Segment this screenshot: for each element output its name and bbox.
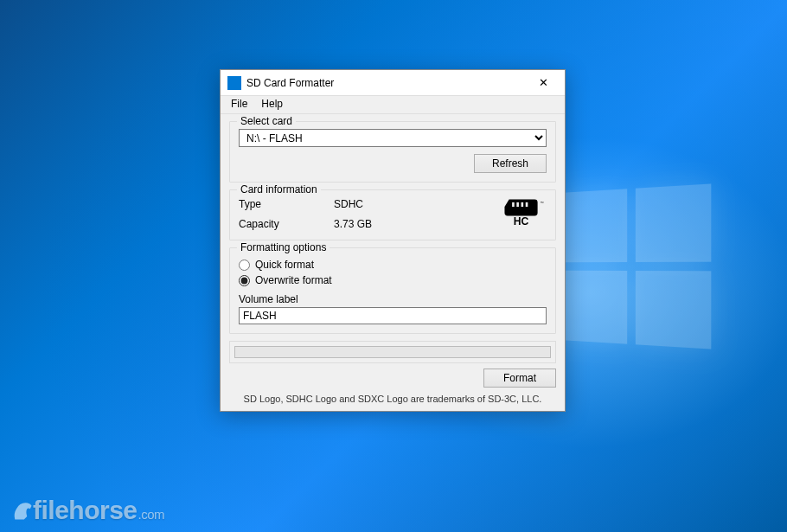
svg-rect-2 [521, 202, 524, 207]
formatting-options-group: Formatting options Quick format Overwrit… [229, 247, 556, 334]
menubar: File Help [221, 96, 565, 114]
app-window: SD Card Formatter ✕ File Help Select car… [220, 69, 566, 412]
card-info-label: Card information [237, 183, 321, 195]
svg-rect-1 [516, 202, 519, 207]
progress-group [229, 341, 556, 363]
close-icon: ✕ [539, 76, 548, 89]
svg-rect-0 [512, 202, 515, 207]
volume-label-input[interactable] [239, 307, 547, 324]
sdhc-logo-icon: ™ HC [502, 197, 547, 231]
format-button[interactable]: Format [483, 369, 556, 388]
windows-logo [560, 183, 711, 349]
select-card-group: Select card N:\ - FLASH Refresh [229, 121, 556, 183]
quick-format-option[interactable]: Quick format [239, 259, 547, 271]
svg-rect-3 [526, 202, 528, 207]
trademark-text: SD Logo, SDHC Logo and SDXC Logo are tra… [229, 391, 556, 406]
svg-text:HC: HC [514, 215, 529, 228]
progress-bar [234, 346, 551, 358]
capacity-label: Capacity [239, 218, 334, 230]
window-title: SD Card Formatter [246, 77, 524, 89]
watermark-text: filehorse [33, 496, 138, 524]
watermark-suffix: .com [138, 507, 165, 522]
horse-icon [10, 498, 35, 522]
overwrite-format-label: Overwrite format [255, 274, 332, 286]
volume-label-caption: Volume label [239, 293, 547, 305]
capacity-value: 3.73 GB [334, 218, 477, 230]
card-info-group: Card information Type SDHC ™ HC Capacity [229, 189, 556, 240]
menu-file[interactable]: File [224, 96, 254, 113]
menu-help[interactable]: Help [254, 96, 290, 113]
app-icon [227, 76, 241, 90]
select-card-label: Select card [237, 115, 296, 127]
quick-format-label: Quick format [255, 259, 314, 271]
type-value: SDHC [334, 198, 477, 210]
filehorse-watermark: filehorse.com [10, 496, 164, 525]
formatting-options-label: Formatting options [237, 241, 330, 253]
quick-format-radio[interactable] [239, 260, 250, 271]
card-select-dropdown[interactable]: N:\ - FLASH [239, 129, 547, 147]
close-button[interactable]: ✕ [524, 70, 563, 95]
type-label: Type [239, 198, 334, 210]
overwrite-format-radio[interactable] [239, 275, 250, 286]
svg-text:™: ™ [540, 201, 543, 205]
overwrite-format-option[interactable]: Overwrite format [239, 274, 547, 286]
titlebar[interactable]: SD Card Formatter ✕ [221, 70, 565, 96]
window-body: Select card N:\ - FLASH Refresh Card inf… [221, 114, 565, 411]
refresh-button[interactable]: Refresh [474, 154, 547, 173]
